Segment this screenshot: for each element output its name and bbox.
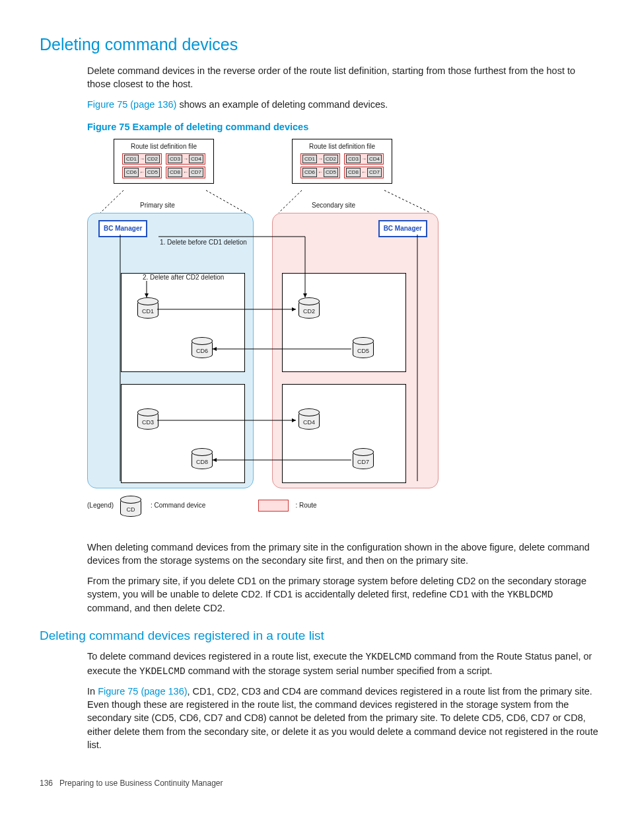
cd-mini: CD5	[324, 168, 338, 176]
text: To delete command devices registered in …	[87, 651, 366, 662]
text: In	[87, 686, 98, 697]
legend: (Legend) CD : Command device : Route	[87, 496, 317, 515]
cd-mini: CD3	[346, 155, 361, 163]
paragraph: In Figure 75 (page 136), CD1, CD2, CD3 a…	[87, 685, 600, 751]
cd-cylinder: CD1	[137, 300, 158, 319]
bc-manager-box: BC Manager	[378, 220, 427, 237]
cd-mini: CD7	[189, 168, 203, 176]
cd-cylinder: CD5	[353, 340, 374, 358]
cd-cylinder: CD8	[192, 451, 213, 469]
svg-line-2	[279, 190, 302, 213]
footer-text: Preparing to use Business Continuity Man…	[59, 779, 223, 788]
primary-site-label: Primary site	[140, 201, 175, 210]
text: shows an example of deleting command dev…	[176, 99, 388, 110]
figure-link[interactable]: Figure 75 (page 136)	[98, 686, 187, 697]
route-list-file-secondary: Route list definition file CD1→CD2 CD3→C…	[292, 139, 392, 183]
cd-mini: CD8	[346, 168, 361, 176]
storage-box: CD2 CD5	[282, 273, 406, 372]
legend-text: : Route	[295, 501, 316, 510]
page-number: 136	[40, 779, 53, 788]
cd-cylinder: CD4	[298, 411, 320, 430]
heading-deleting-in-route-list: Deleting command devices registered in a…	[40, 627, 600, 645]
primary-site-panel: BC Manager CD1 CD6 CD3 CD8	[87, 213, 254, 488]
cd-mini: CD2	[324, 155, 338, 163]
paragraph: To delete command devices registered in …	[87, 650, 600, 678]
cd-mini: CD5	[145, 168, 160, 176]
diagram-note: 2. Delete after CD2 deletion	[143, 273, 224, 282]
cd-mini: CD6	[124, 168, 139, 176]
page-footer: 136 Preparing to use Business Continuity…	[40, 778, 600, 789]
cd-mini: CD2	[145, 155, 160, 163]
storage-box: CD3 CD8	[121, 384, 245, 483]
code-text: YKDELCMD	[366, 652, 412, 662]
cd-mini: CD8	[168, 168, 182, 176]
figure-diagram: Route list definition file CD1→CD2 CD3→C…	[87, 139, 437, 530]
label: Route list definition file	[117, 142, 211, 151]
cd-mini: CD4	[367, 155, 382, 163]
code-text: YKDELCMD	[139, 666, 186, 677]
cd-mini: CD6	[302, 168, 317, 176]
paragraph: When deleting command devices from the p…	[87, 541, 600, 568]
cd-mini: CD1	[302, 155, 317, 163]
cd-cylinder: CD2	[298, 300, 320, 319]
legend-route-swatch	[258, 500, 289, 512]
svg-line-1	[206, 190, 246, 213]
label: Route list definition file	[295, 142, 389, 151]
text: command with the storage system serial n…	[186, 666, 493, 676]
legend-text: : Command device	[151, 501, 205, 510]
legend-label: (Legend)	[87, 501, 114, 510]
cd-mini: CD3	[168, 155, 182, 163]
figure-link[interactable]: Figure 75 (page 136)	[87, 99, 176, 110]
storage-box: CD1 CD6	[121, 273, 245, 372]
code-text: YKBLDCMD	[507, 590, 553, 600]
heading-deleting-command-devices: Deleting command devices	[40, 33, 600, 56]
route-list-file-primary: Route list definition file CD1→CD2 CD3→C…	[114, 139, 214, 183]
cd-mini: CD7	[367, 168, 382, 176]
cd-cylinder: CD7	[353, 451, 374, 469]
cd-cylinder-legend: CD	[120, 498, 141, 517]
text: command, and then delete CD2.	[87, 603, 225, 613]
paragraph: Delete command devices in the reverse or…	[87, 64, 600, 91]
svg-line-3	[384, 190, 431, 213]
bc-manager-box: BC Manager	[98, 220, 147, 237]
storage-box: CD4 CD7	[282, 384, 406, 483]
figure-caption: Figure 75 Example of deleting command de…	[87, 120, 600, 134]
cd-cylinder: CD6	[192, 340, 213, 358]
secondary-site-label: Secondary site	[312, 201, 355, 210]
cd-mini: CD1	[124, 155, 139, 163]
svg-line-0	[100, 190, 123, 213]
secondary-site-panel: BC Manager CD2 CD5 CD4 CD7	[272, 213, 438, 488]
cd-cylinder: CD3	[137, 411, 158, 430]
paragraph: From the primary site, if you delete CD1…	[87, 574, 600, 615]
cd-mini: CD4	[189, 155, 203, 163]
diagram-note: 1. Delete before CD1 deletion	[160, 238, 247, 247]
paragraph: Figure 75 (page 136) shows an example of…	[87, 98, 600, 111]
